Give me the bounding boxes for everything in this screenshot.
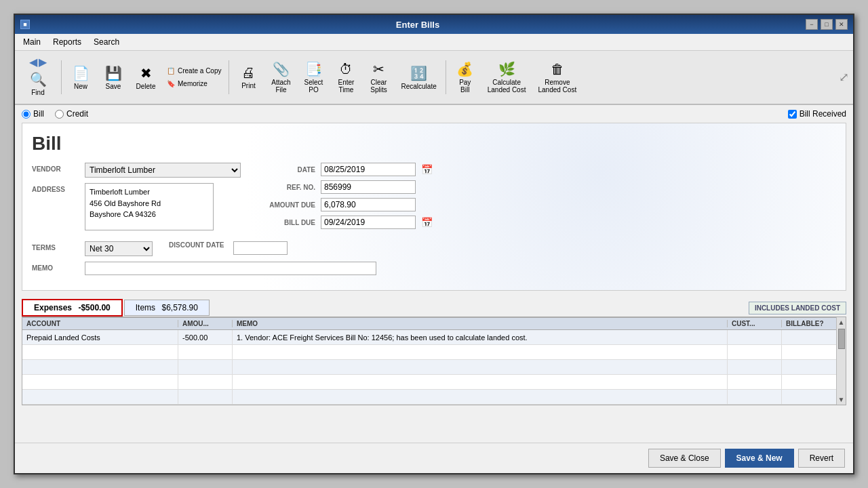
expenses-label: Expenses — [34, 303, 72, 312]
bill-received-checkbox[interactable] — [788, 110, 797, 119]
print-button[interactable]: 🖨 Print — [233, 62, 263, 92]
ref-no-row: REF. NO. — [261, 180, 433, 194]
table-row[interactable] — [22, 345, 836, 360]
enter-time-label: EnterTime — [338, 79, 355, 94]
menu-bar: Main Reports Search — [15, 34, 853, 51]
bill-radio[interactable] — [22, 110, 31, 119]
pay-bill-button[interactable]: 💰 PayBill — [450, 58, 480, 96]
items-label: Items — [136, 303, 155, 312]
form-left: VENDOR Timberloft Lumber ADDRESS Timberl… — [32, 163, 241, 236]
cell-billable-1 — [782, 330, 836, 344]
next-button[interactable]: ▶ — [39, 56, 47, 68]
sep2 — [229, 60, 229, 94]
delete-label: Delete — [136, 83, 156, 90]
expense-grid: ACCOUNT AMOU... MEMO CUST... BILLABLE? P… — [22, 317, 846, 405]
save-new-button[interactable]: Save & New — [725, 449, 794, 468]
cell-amount-4 — [178, 375, 233, 389]
ref-no-input[interactable] — [321, 180, 416, 194]
cell-customer-2 — [728, 345, 782, 359]
enter-time-button[interactable]: ⏱ EnterTime — [331, 59, 361, 96]
clear-splits-button[interactable]: ✂ ClearSplits — [363, 58, 393, 96]
select-po-button[interactable]: 📑 SelectPO — [298, 58, 328, 96]
find-button[interactable]: 🔍 Find — [23, 68, 53, 99]
ref-no-label: REF. NO. — [261, 184, 315, 191]
scroll-down-icon[interactable]: ▼ — [837, 394, 846, 405]
save-button[interactable]: 💾 Save — [98, 62, 128, 93]
find-icon: 🔍 — [30, 71, 47, 87]
minimize-button[interactable]: − — [806, 19, 818, 30]
table-row[interactable] — [22, 360, 836, 375]
create-copy-label: Create a Copy — [178, 67, 221, 75]
menu-main[interactable]: Main — [18, 35, 46, 49]
revert-button[interactable]: Revert — [798, 449, 845, 468]
attach-icon: 📎 — [273, 61, 290, 77]
sep1 — [61, 60, 62, 94]
table-row[interactable] — [22, 390, 836, 405]
bill-form: Bill VENDOR Timberloft Lumber ADDRESS — [22, 123, 846, 291]
cell-billable-4 — [782, 375, 836, 389]
discount-date-input[interactable] — [233, 241, 288, 255]
items-tab[interactable]: Items $6,578.90 — [124, 300, 210, 316]
pay-bill-icon: 💰 — [456, 61, 473, 77]
address-line2: 456 Old Bayshore Rd — [90, 198, 209, 209]
window-title: Enter Bills — [30, 20, 806, 30]
cell-account-2 — [22, 345, 178, 359]
col-header-amount: AMOU... — [178, 320, 233, 327]
title-controls: − □ ✕ — [806, 19, 848, 30]
cell-amount-3 — [178, 360, 233, 374]
prev-button[interactable]: ◀ — [29, 56, 37, 68]
recalculate-label: Recalculate — [401, 83, 436, 90]
calculate-landed-cost-button[interactable]: 🌿 CalculateLanded Cost — [483, 58, 531, 96]
select-po-icon: 📑 — [305, 61, 322, 77]
credit-radio-group: Credit — [55, 109, 88, 119]
bill-due-input[interactable] — [321, 216, 416, 229]
discount-date-label: DISCOUNT DATE — [169, 241, 224, 249]
save-close-button[interactable]: Save & Close — [648, 449, 721, 468]
cell-memo-4 — [233, 375, 728, 389]
bill-due-calendar-icon[interactable]: 📅 — [421, 217, 433, 228]
main-window: ■ Enter Bills − □ ✕ Main Reports Search … — [14, 14, 854, 474]
window-icon: ■ — [20, 20, 30, 29]
expand-icon[interactable]: ⤢ — [839, 70, 849, 84]
memo-label: MEMO — [32, 262, 79, 272]
scroll-thumb[interactable] — [838, 329, 845, 349]
table-row[interactable] — [22, 375, 836, 390]
new-icon: 📄 — [73, 65, 90, 81]
table-row[interactable]: Prepaid Landed Costs -500.00 1. Vendor: … — [22, 330, 836, 345]
cell-customer-5 — [728, 390, 782, 404]
vendor-label: VENDOR — [32, 163, 79, 173]
new-button[interactable]: 📄 New — [66, 62, 96, 93]
attach-file-button[interactable]: 📎 AttachFile — [266, 58, 296, 96]
terms-select[interactable]: Net 30 — [85, 241, 153, 256]
vendor-dropdown[interactable]: Timberloft Lumber — [85, 163, 241, 178]
memorize-icon: 🔖 — [167, 80, 175, 87]
credit-radio[interactable] — [55, 110, 64, 119]
date-input[interactable] — [321, 163, 416, 176]
date-calendar-icon[interactable]: 📅 — [421, 164, 433, 175]
amount-due-input[interactable] — [321, 198, 416, 211]
col-header-memo: MEMO — [233, 320, 728, 327]
restore-button[interactable]: □ — [821, 19, 833, 30]
save-icon: 💾 — [105, 65, 122, 81]
address-line3: Bayshore CA 94326 — [90, 209, 209, 220]
clear-splits-label: ClearSplits — [370, 79, 387, 94]
remove-landed-cost-button[interactable]: 🗑 RemoveLanded Cost — [533, 59, 581, 96]
memo-input[interactable] — [85, 262, 376, 275]
recalculate-icon: 🔢 — [410, 65, 427, 81]
delete-button[interactable]: ✖ Delete — [131, 62, 161, 93]
scroll-up-icon[interactable]: ▲ — [837, 317, 846, 327]
amount-due-row: AMOUNT DUE — [261, 198, 433, 211]
calculate-landed-label: CalculateLanded Cost — [488, 79, 526, 94]
expenses-tab[interactable]: Expenses -$500.00 — [22, 299, 123, 317]
cell-account-3 — [22, 360, 178, 374]
memorize-button[interactable]: 🔖 Memorize — [163, 78, 224, 89]
cell-amount-5 — [178, 390, 233, 404]
recalculate-button[interactable]: 🔢 Recalculate — [396, 62, 441, 93]
cell-memo-1: 1. Vendor: ACE Freight Services Bill No:… — [233, 330, 728, 344]
menu-search[interactable]: Search — [88, 35, 125, 49]
includes-landed-cost-badge[interactable]: INCLUDES LANDED COST — [749, 302, 846, 314]
menu-reports[interactable]: Reports — [47, 35, 87, 49]
nav-arrows: ◀ ▶ — [29, 56, 47, 68]
create-copy-button[interactable]: 📋 Create a Copy — [163, 65, 224, 77]
close-button[interactable]: ✕ — [835, 19, 848, 30]
